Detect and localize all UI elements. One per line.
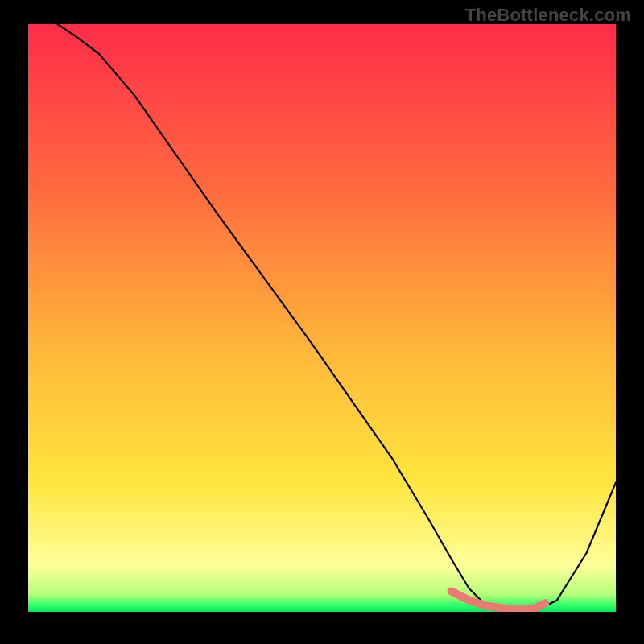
plot-background — [28, 24, 616, 612]
chart-frame: TheBottleneck.com — [0, 0, 644, 644]
watermark: TheBottleneck.com — [465, 5, 631, 26]
chart-plot — [28, 24, 616, 612]
